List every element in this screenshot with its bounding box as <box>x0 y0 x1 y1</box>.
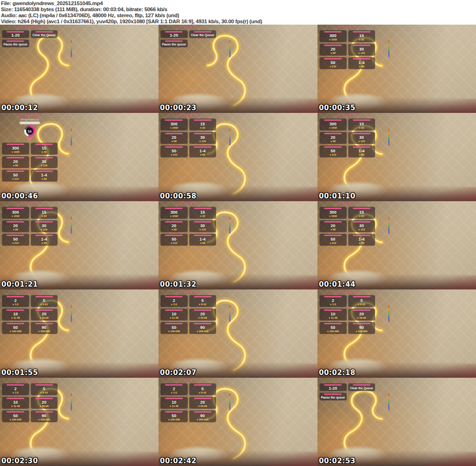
tip-menu-item: 20● 88 <box>2 220 29 232</box>
tip-menu-item: 50● 212 <box>319 57 347 69</box>
tip-menu-item: 300● 1000 <box>2 143 29 155</box>
tip-item-value: 15 <box>349 122 375 126</box>
tip-menu-item: 10● 11-49 <box>160 397 188 409</box>
lovense-watermark: LOVENSE <box>2 26 58 29</box>
tip-item-value: 15 <box>31 210 58 215</box>
tip-item-header-decor <box>35 411 53 413</box>
tip-item-header-decor <box>324 208 342 209</box>
tip-item-header-decor <box>324 235 342 236</box>
tip-menu-item: 50● 212 <box>160 234 188 246</box>
tip-item-header-decor <box>324 296 342 297</box>
tip-item-token-count: ● 88 <box>320 140 346 143</box>
tip-menu-item: 90● 300-999 <box>189 322 217 334</box>
tip-item-header-decor <box>194 384 212 386</box>
video-frame-thumbnail[interactable]: LOVENSE 1-20Clear the QueuePause the que… <box>159 25 317 113</box>
tip-item-token-count: ● 1000 <box>320 126 346 130</box>
tip-menu-item: 1-20 <box>2 30 29 38</box>
tip-item-token-count: ● 123 <box>31 228 58 231</box>
tip-item-token-count: ● 88 <box>320 228 346 231</box>
tip-menu: 300● 100015● 3220● 8830● 12350● 2121-4● … <box>160 207 216 246</box>
tip-item-token-count: ● 11-49 <box>2 316 29 320</box>
blanket-decor <box>107 187 159 201</box>
tip-menu-item: 30● 123 <box>31 156 58 168</box>
video-frame-thumbnail[interactable]: LOVENSE 300● 100015● 3220● 8830● 12350● … <box>159 201 317 289</box>
video-frame-thumbnail[interactable]: LOVENSE 300● 100015● 3220● 8830● 12350● … <box>317 201 476 289</box>
tip-item-value: Pause the queue <box>2 43 29 46</box>
tip-item-header-decor <box>35 221 53 223</box>
tip-menu-item: 20● 88 <box>319 220 347 232</box>
tip-item-token-count: ● 100-299 <box>161 418 187 421</box>
lovense-overlay: LOVENSE 300● 100015● 3220● 8830● 12350● … <box>319 26 375 69</box>
timestamp-label: 00:02:07 <box>160 368 197 377</box>
tip-item-value: Clear the Queue <box>190 33 216 37</box>
timestamp-label: 00:01:55 <box>1 368 38 377</box>
led-strip-decor <box>229 394 231 410</box>
tip-item-token-count: ● 123 <box>31 164 58 167</box>
tip-menu-item: 90● 300-999 <box>31 322 58 334</box>
timestamp-label: 00:01:10 <box>319 192 356 200</box>
timestamp-label: 00:01:21 <box>1 280 38 289</box>
tip-item-header-decor <box>165 146 183 148</box>
tip-item-header-decor <box>165 398 183 399</box>
video-frame-thumbnail[interactable]: LOVENSE 300● 100015● 3220● 8830● 12350● … <box>317 113 476 201</box>
tip-item-token-count: ● 50-99 <box>31 316 58 320</box>
thumbnail-grid: LOVENSE 1-20Clear the QueuePause the que… <box>0 25 476 466</box>
tip-item-value: 20 <box>161 223 187 228</box>
tip-menu-item: 50● 100-299 <box>160 322 188 334</box>
tip-menu-item: 20● 50-99 <box>348 308 376 321</box>
video-frame-thumbnail[interactable]: LOVENSE 300● 100015● 3220● 8830● 12350● … <box>159 113 317 201</box>
video-frame-thumbnail[interactable]: LOVENSE 1-20Clear the QueuePause the que… <box>0 25 159 113</box>
tip-item-header-decor <box>7 144 24 145</box>
tip-menu-item: 1-20 <box>319 383 347 391</box>
video-frame-thumbnail[interactable]: LOVENSE 2● 1-55● 6-1010● 11-4920● 50-995… <box>159 289 317 378</box>
video-frame-thumbnail[interactable]: LOVENSE 1-20Clear the QueuePause the que… <box>317 378 476 466</box>
video-frame-thumbnail[interactable]: LOVENSE 2● 1-55● 6-1010● 11-4920● 50-995… <box>0 289 159 378</box>
tip-menu-item: 1-4● 68 <box>189 234 217 246</box>
tip-item-token-count: ● 1000 <box>320 215 346 218</box>
tip-item-header-decor <box>35 309 53 311</box>
tip-menu-item: 30● 123 <box>189 132 217 144</box>
tip-item-value: 2 <box>161 298 187 303</box>
tip-item-value: 50 <box>161 325 187 330</box>
tip-menu-item: 15● 32 <box>31 207 58 219</box>
tip-item-header-decor <box>165 208 183 209</box>
tip-item-header-decor <box>7 208 24 209</box>
tip-item-value: Pause the queue <box>320 396 346 400</box>
led-strip-decor <box>229 217 231 234</box>
tip-item-value: 90 <box>190 413 216 418</box>
tip-item-header-decor <box>165 221 183 223</box>
blanket-decor <box>107 452 159 466</box>
tip-menu-item: 10● 11-49 <box>160 308 188 321</box>
lovense-overlay: LOVENSE 2● 1-55● 6-1010● 11-4920● 50-995… <box>2 379 58 422</box>
tip-menu-item: 50● 212 <box>319 145 347 158</box>
video-frame-thumbnail[interactable]: LOVENSE 2● 1-55● 6-1010● 11-4920● 50-995… <box>159 378 317 466</box>
tip-item-header-decor <box>194 208 212 209</box>
tip-item-header-decor <box>194 309 212 311</box>
tip-item-header-decor <box>353 384 370 386</box>
tip-menu: 2● 1-55● 6-1010● 11-4920● 50-9950● 100-2… <box>160 383 216 422</box>
tip-item-value: 20 <box>320 223 346 228</box>
tip-item-header-decor <box>165 309 183 311</box>
tip-item-value: 20 <box>320 47 346 52</box>
tip-item-header-decor <box>324 58 342 59</box>
tip-item-value: 10 <box>161 400 187 405</box>
blanket-decor <box>107 99 159 113</box>
video-frame-thumbnail[interactable]: LOVENSE 2● 1-55● 6-1010● 11-4920● 50-995… <box>0 378 159 466</box>
tip-menu-item: Clear the Queue <box>348 383 376 391</box>
blanket-decor <box>425 452 476 466</box>
video-frame-thumbnail[interactable]: LOVENSE 300● 100015● 3220● 8830● 12350● … <box>0 201 159 289</box>
tip-item-value: Clear the Queue <box>31 33 58 37</box>
video-frame-thumbnail[interactable]: LOVENSE Responding to 1s ⊘ 300● 100015● … <box>0 113 159 201</box>
tip-item-token-count: ● 212 <box>2 242 29 245</box>
tip-item-value: 300 <box>2 210 29 215</box>
tip-item-value: 10 <box>320 312 346 316</box>
tip-menu-item: 50● 212 <box>160 145 188 158</box>
blanket-decor <box>107 364 159 378</box>
video-frame-thumbnail[interactable]: LOVENSE 300● 100015● 3220● 8830● 12350● … <box>317 25 476 113</box>
tip-item-header-decor <box>194 146 212 148</box>
video-frame-thumbnail[interactable]: LOVENSE 2● 1-55● 6-1010● 11-4920● 50-995… <box>317 289 476 378</box>
tip-item-token-count: ● 1000 <box>161 126 187 130</box>
led-strip-decor <box>71 40 72 57</box>
tip-item-value: 300 <box>161 122 187 126</box>
tip-item-value: 2 <box>161 387 187 391</box>
